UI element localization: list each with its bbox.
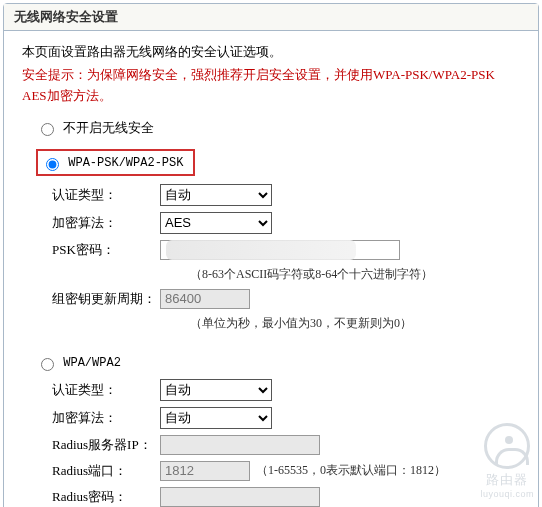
wpa-auth-type-label: 认证类型： bbox=[52, 381, 160, 399]
security-warning: 安全提示：为保障网络安全，强烈推荐开启安全设置，并使用WPA-PSK/WPA2-… bbox=[22, 65, 520, 107]
psk-mask bbox=[166, 240, 356, 260]
radio-wpa[interactable] bbox=[41, 358, 54, 371]
panel-body: 本页面设置路由器无线网络的安全认证选项。 安全提示：为保障网络安全，强烈推荐开启… bbox=[4, 31, 538, 507]
security-settings-panel: 无线网络安全设置 本页面设置路由器无线网络的安全认证选项。 安全提示：为保障网络… bbox=[3, 3, 539, 507]
wpa-auth-type-select[interactable]: 自动 bbox=[160, 379, 272, 401]
wpa-settings: 认证类型： 自动 加密算法： 自动 Radius服务器IP： Radius端口：… bbox=[52, 379, 520, 507]
encrypt-algo-select[interactable]: AES bbox=[160, 212, 272, 234]
option-wpa[interactable]: WPA/WPA2 bbox=[36, 354, 520, 371]
wpa-psk-settings: 认证类型： 自动 加密算法： AES PSK密码： （8-63个ASCII码字符… bbox=[52, 184, 520, 332]
psk-password-label: PSK密码： bbox=[52, 241, 160, 259]
auth-type-select[interactable]: 自动 bbox=[160, 184, 272, 206]
radius-pwd-label: Radius密码： bbox=[52, 488, 160, 506]
psk-password-hint: （8-63个ASCII码字符或8-64个十六进制字符） bbox=[190, 266, 520, 283]
encrypt-algo-label: 加密算法： bbox=[52, 214, 160, 232]
highlight-box: WPA-PSK/WPA2-PSK bbox=[36, 149, 195, 176]
radius-ip-label: Radius服务器IP： bbox=[52, 436, 160, 454]
radio-disable-security[interactable] bbox=[41, 123, 54, 136]
label-wpa: WPA/WPA2 bbox=[63, 356, 121, 370]
group-key-input[interactable] bbox=[160, 289, 250, 309]
wpa-encrypt-algo-select[interactable]: 自动 bbox=[160, 407, 272, 429]
radio-wpa-psk[interactable] bbox=[46, 158, 59, 171]
group-key-hint: （单位为秒，最小值为30，不更新则为0） bbox=[190, 315, 520, 332]
radius-pwd-input[interactable] bbox=[160, 487, 320, 507]
option-wpa-psk[interactable]: WPA-PSK/WPA2-PSK bbox=[36, 149, 520, 176]
auth-type-label: 认证类型： bbox=[52, 186, 160, 204]
radius-port-hint: （1-65535，0表示默认端口：1812） bbox=[256, 462, 446, 479]
panel-title: 无线网络安全设置 bbox=[4, 4, 538, 31]
radius-ip-input[interactable] bbox=[160, 435, 320, 455]
wpa-encrypt-algo-label: 加密算法： bbox=[52, 409, 160, 427]
radius-port-input[interactable] bbox=[160, 461, 250, 481]
group-key-label: 组密钥更新周期： bbox=[52, 290, 160, 308]
intro-description: 本页面设置路由器无线网络的安全认证选项。 bbox=[22, 43, 520, 61]
radius-port-label: Radius端口： bbox=[52, 462, 160, 480]
label-disable-security: 不开启无线安全 bbox=[63, 120, 154, 135]
option-disable-security[interactable]: 不开启无线安全 bbox=[36, 119, 520, 137]
label-wpa-psk: WPA-PSK/WPA2-PSK bbox=[68, 156, 183, 170]
